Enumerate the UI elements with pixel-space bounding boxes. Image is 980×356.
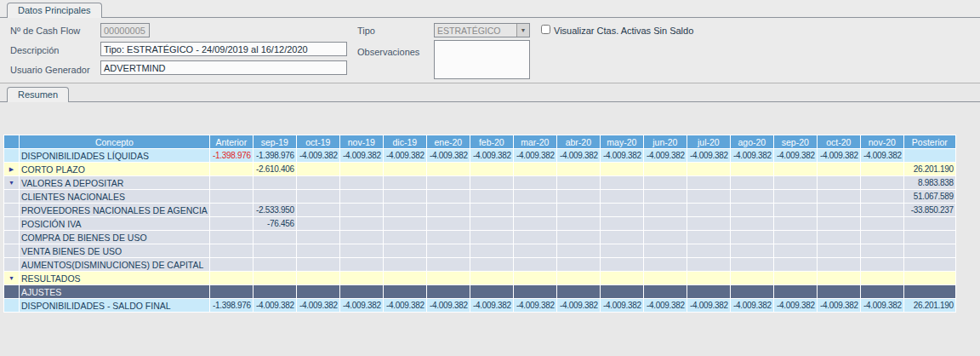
value-cell [426, 244, 470, 258]
value-cell [730, 272, 773, 285]
tipo-dropdown[interactable]: ESTRATÉGICO ▼ [434, 23, 530, 37]
column-header[interactable]: oct-19 [296, 135, 339, 149]
column-header[interactable]: ago-20 [730, 135, 773, 149]
table-row[interactable]: ▼VALORES A DEPOSITAR8.983.838 [4, 176, 956, 190]
value-cell [253, 272, 296, 285]
value-cell: 8.983.838 [903, 176, 955, 190]
concepto-cell: DISPONIBILIDADES LÍQUIDAS [20, 149, 210, 163]
column-header[interactable]: may-20 [600, 135, 643, 149]
value-cell [513, 190, 556, 204]
value-cell [383, 217, 426, 231]
value-cell [860, 176, 903, 190]
expander-cell [4, 244, 20, 258]
tipo-label: Tipo [357, 26, 375, 36]
tabstrip-divider [0, 17, 980, 18]
value-cell [773, 272, 817, 285]
value-cell [470, 204, 513, 217]
concepto-cell: VALORES A DEPOSITAR [20, 176, 210, 190]
value-cell [773, 176, 817, 190]
resumen-table: ConceptoAnteriorsep-19oct-19nov-19dic-19… [3, 135, 956, 313]
value-cell: -4.009.382 [643, 299, 687, 313]
table-row[interactable]: VENTA BIENES DE USO [4, 244, 956, 258]
value-cell [513, 204, 556, 217]
value-cell [643, 163, 687, 176]
column-header[interactable]: abr-20 [556, 135, 600, 149]
column-header[interactable]: feb-20 [470, 135, 513, 149]
usuario-generador-field[interactable] [100, 60, 347, 75]
value-cell [470, 258, 513, 272]
value-cell [903, 231, 955, 244]
column-header[interactable]: sep-19 [253, 135, 296, 149]
table-row[interactable]: COMPRA DE BIENES DE USO [4, 231, 956, 244]
cash-flow-number-field[interactable] [100, 23, 150, 37]
value-cell [209, 285, 253, 299]
value-cell [339, 258, 383, 272]
value-cell: -4.009.382 [687, 149, 730, 163]
collapse-icon[interactable]: ▼ [4, 272, 20, 285]
column-header[interactable]: sep-20 [773, 135, 817, 149]
value-cell [817, 204, 860, 217]
expand-icon[interactable]: ▶ [4, 163, 20, 176]
value-cell [470, 176, 513, 190]
value-cell [730, 244, 773, 258]
concepto-cell: RESULTADOS [20, 272, 210, 285]
value-cell [556, 231, 600, 244]
observaciones-field[interactable] [434, 40, 530, 79]
value-cell [643, 272, 687, 285]
value-cell: -4.009.382 [773, 149, 817, 163]
value-cell [513, 163, 556, 176]
concepto-cell: AJUSTES [20, 285, 210, 299]
value-cell [470, 163, 513, 176]
table-row[interactable]: PROVEEDORES NACIONALES DE AGENCIA-2.533.… [4, 204, 956, 217]
column-header[interactable]: jul-20 [687, 135, 730, 149]
column-header[interactable]: mar-20 [513, 135, 556, 149]
visualizar-ctas-checkbox[interactable] [541, 25, 550, 34]
value-cell [339, 231, 383, 244]
column-header[interactable]: dic-19 [383, 135, 426, 149]
table-row[interactable]: AUMENTOS(DISMINUCIONES) DE CAPITAL [4, 258, 956, 272]
column-header[interactable]: ene-20 [426, 135, 470, 149]
value-cell: -4.009.382 [600, 149, 643, 163]
collapse-icon[interactable]: ▼ [4, 176, 20, 190]
value-cell [556, 163, 600, 176]
column-header[interactable]: jun-20 [643, 135, 687, 149]
value-cell [730, 258, 773, 272]
value-cell [643, 285, 687, 299]
table-row[interactable]: ▼RESULTADOS [4, 272, 956, 285]
expander-cell [4, 190, 20, 204]
tab-datos-principales[interactable]: Datos Principales [7, 3, 102, 18]
table-row[interactable]: CLIENTES NACIONALES51.067.589 [4, 190, 956, 204]
value-cell [209, 231, 253, 244]
value-cell [253, 285, 296, 299]
column-header-concepto[interactable]: Concepto [20, 135, 210, 149]
value-cell [817, 217, 860, 231]
column-header[interactable]: Anterior [209, 135, 253, 149]
descripcion-field[interactable] [100, 42, 347, 56]
value-cell: -4.009.382 [860, 149, 903, 163]
tab-resumen[interactable]: Resumen [7, 87, 69, 102]
value-cell [773, 231, 817, 244]
value-cell [513, 285, 556, 299]
expander-cell [4, 217, 20, 231]
chevron-down-icon[interactable]: ▼ [516, 24, 529, 37]
value-cell [730, 190, 773, 204]
table-row[interactable]: POSICIÓN IVA-76.456 [4, 217, 956, 231]
column-header[interactable]: nov-19 [339, 135, 383, 149]
concepto-cell: POSICIÓN IVA [20, 217, 210, 231]
grid-header: ConceptoAnteriorsep-19oct-19nov-19dic-19… [4, 135, 956, 149]
value-cell: -4.009.382 [687, 299, 730, 313]
table-row[interactable]: DISPONIBILIDADES - SALDO FINAL-1.398.976… [4, 299, 956, 313]
table-row[interactable]: AJUSTES [4, 285, 956, 299]
column-header[interactable]: oct-20 [817, 135, 860, 149]
value-cell [817, 163, 860, 176]
value-cell [383, 176, 426, 190]
value-cell: -2.610.406 [253, 163, 296, 176]
value-cell [817, 272, 860, 285]
value-cell [296, 217, 339, 231]
table-row[interactable]: ▶CORTO PLAZO-2.610.40626.201.190 [4, 163, 956, 176]
column-header[interactable]: Posterior [903, 135, 955, 149]
resumen-panel: Resumen ConceptoAnteriorsep-19oct-19nov-… [0, 83, 980, 356]
column-header[interactable]: nov-20 [860, 135, 903, 149]
table-row[interactable]: DISPONIBILIDADES LÍQUIDAS-1.398.976-1.39… [4, 149, 956, 163]
expander-cell [4, 285, 20, 299]
